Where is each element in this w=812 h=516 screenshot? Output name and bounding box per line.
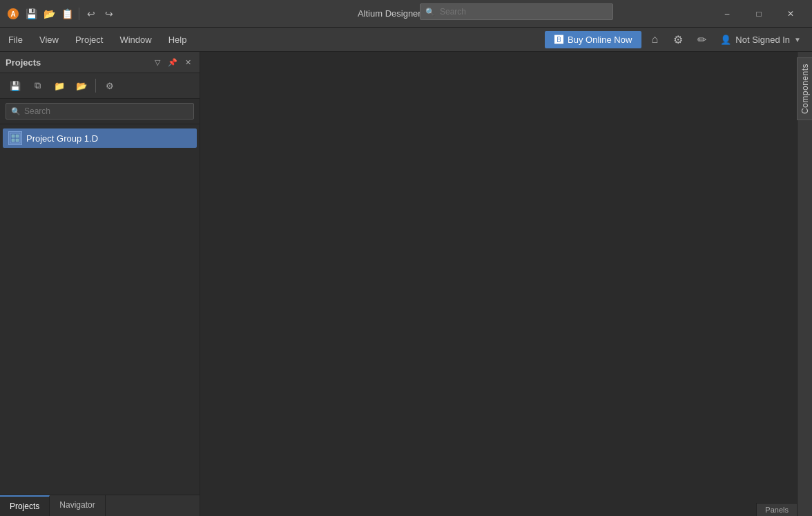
home-button[interactable]: ⌂ — [644, 30, 665, 49]
components-tab[interactable]: Components — [797, 57, 813, 120]
project-group-item[interactable]: Project Group 1.D — [3, 128, 197, 148]
maximize-button[interactable]: □ — [743, 0, 775, 28]
projects-panel: Projects ▽ 📌 ✕ 💾 ⧉ 📁 📂 ⚙ 🔍 — [0, 52, 200, 516]
menu-project[interactable]: Project — [67, 30, 111, 49]
save-project-button[interactable]: 💾 — [6, 77, 25, 95]
panel-search-container: 🔍 — [0, 99, 200, 124]
title-bar-left: A 💾 📂 📋 ↩ ↪ — [6, 6, 117, 21]
add-folder-button[interactable]: 📁 — [50, 77, 69, 95]
panels-button[interactable]: Panels — [756, 503, 797, 516]
minimize-button[interactable]: – — [711, 0, 743, 28]
menu-file[interactable]: File — [0, 30, 31, 49]
svg-rect-6 — [16, 139, 19, 142]
menu-bar: File View Project Window Help 🅱 Buy Onli… — [0, 28, 812, 52]
toolbar-separator — [79, 8, 79, 20]
menu-view[interactable]: View — [31, 30, 67, 49]
menu-window[interactable]: Window — [111, 30, 160, 49]
panel-title: Projects — [6, 57, 41, 68]
svg-rect-5 — [12, 139, 14, 142]
altium-logo-icon[interactable]: A — [6, 6, 21, 21]
copy-button[interactable]: ⧉ — [28, 77, 47, 95]
panel-header-icons: ▽ 📌 ✕ — [151, 56, 194, 68]
user-icon: 👤 — [720, 35, 731, 45]
close-button[interactable]: ✕ — [775, 0, 806, 28]
project-group-label: Project Group 1.D — [26, 133, 98, 144]
panel-toolbar: 💾 ⧉ 📁 📂 ⚙ — [0, 73, 200, 99]
main-content: Projects ▽ 📌 ✕ 💾 ⧉ 📁 📂 ⚙ 🔍 — [0, 52, 812, 516]
window-controls: – □ ✕ — [711, 0, 806, 28]
canvas-area: Panels — [200, 52, 797, 516]
panel-search-icon: 🔍 — [11, 107, 21, 116]
user-chevron-icon: ▼ — [794, 36, 801, 44]
user-account-button[interactable]: 👤 Not Signed In ▼ — [715, 32, 806, 48]
panel-pin-icon[interactable]: 📌 — [166, 56, 179, 68]
settings-button[interactable]: ⚙ — [668, 30, 688, 49]
edit-button[interactable]: ✏ — [691, 30, 712, 49]
project-settings-button[interactable]: ⚙ — [100, 77, 119, 95]
buy-online-button[interactable]: 🅱 Buy Online Now — [545, 31, 641, 48]
tab-projects[interactable]: Projects — [0, 495, 50, 516]
toolbar-separator — [95, 79, 96, 93]
top-search-container: 🔍 — [420, 3, 613, 20]
panel-close-icon[interactable]: ✕ — [182, 56, 194, 68]
open-title-icon[interactable]: 📂 — [41, 6, 57, 21]
panel-search-input[interactable] — [6, 103, 194, 120]
components-sidebar: Components — [797, 52, 812, 516]
svg-text:A: A — [10, 10, 15, 18]
panel-tabs: Projects Navigator — [0, 495, 200, 516]
svg-rect-4 — [16, 135, 19, 137]
top-search-input[interactable] — [420, 3, 613, 20]
project-tree: Project Group 1.D — [0, 124, 200, 495]
remove-folder-button[interactable]: 📂 — [72, 77, 91, 95]
buy-online-label: Buy Online Now — [568, 35, 632, 45]
user-label: Not Signed In — [735, 35, 790, 45]
buy-online-icon: 🅱 — [554, 35, 563, 45]
undo-title-icon[interactable]: ↩ — [84, 6, 99, 21]
menu-bar-right: 🅱 Buy Online Now ⌂ ⚙ ✏ 👤 Not Signed In ▼ — [545, 30, 812, 49]
svg-rect-3 — [12, 135, 14, 137]
top-search-icon: 🔍 — [425, 8, 435, 17]
menu-items: File View Project Window Help — [0, 30, 545, 49]
title-bar: A 💾 📂 📋 ↩ ↪ Altium Designer (20.2.6) 🔍 –… — [0, 0, 812, 28]
recent-title-icon[interactable]: 📋 — [59, 6, 75, 21]
panel-filter-icon[interactable]: ▽ — [151, 56, 164, 68]
redo-title-icon[interactable]: ↪ — [102, 6, 117, 21]
panel-header: Projects ▽ 📌 ✕ — [0, 52, 200, 73]
project-group-icon — [8, 131, 22, 145]
tab-navigator[interactable]: Navigator — [50, 495, 105, 516]
menu-help[interactable]: Help — [160, 30, 195, 49]
save-title-icon[interactable]: 💾 — [23, 6, 39, 21]
